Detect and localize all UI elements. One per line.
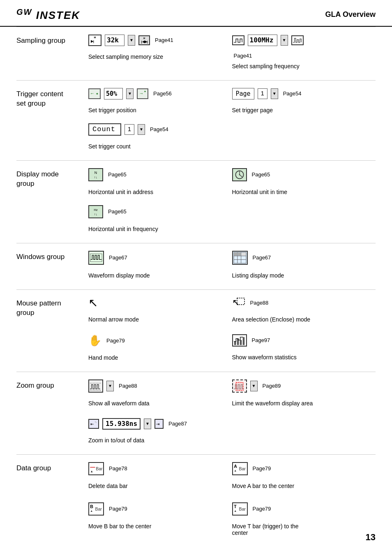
- sampling-memory-icon[interactable]: M ▶|: [88, 35, 101, 46]
- normal-arrow-icon[interactable]: ↖: [88, 297, 98, 309]
- data-group-label: Data group: [16, 462, 88, 473]
- zoom-inout-page: Page87: [168, 421, 187, 427]
- area-selection-icon[interactable]: ↖: [232, 297, 245, 309]
- zoom-limit-dropdown[interactable]: ▼: [250, 381, 258, 391]
- move-t-bar-page: Page79: [253, 506, 271, 512]
- zoom-inout-desc: Zoom in to/out of data: [88, 437, 232, 444]
- trigger-count-desc: Set trigger count: [88, 143, 232, 150]
- trigger-count-dropdown[interactable]: ▼: [138, 124, 145, 135]
- trigger-count-block: Count 1 ▼ Page54: [88, 123, 232, 136]
- svg-text:N: N: [95, 171, 97, 175]
- svg-rect-24: [241, 252, 246, 255]
- svg-text:▲: ▲: [90, 509, 93, 512]
- sampling-freq-value[interactable]: 100MHz: [248, 35, 277, 46]
- move-t-bar-block: T ▲ Bar Page79: [232, 502, 376, 516]
- mouse-left-col: ↖ Normal arrow mode ✋ Page79 Hand mode: [88, 297, 232, 364]
- listing-display-desc: Listing display mode: [232, 272, 376, 279]
- display-freq-desc: Horizontal unit in frequency: [88, 226, 232, 232]
- delete-data-bar-icon[interactable]: — ▲ Bar: [88, 462, 104, 475]
- sampling-memory-block: M ▶| 32k ▼ M |◀▶| Page41: [88, 35, 232, 46]
- svg-text:A: A: [234, 464, 237, 469]
- horiz-time-icon[interactable]: [232, 168, 247, 181]
- waveform-display-icon[interactable]: [88, 251, 104, 265]
- svg-text:M: M: [94, 36, 96, 39]
- trigger-page-dropdown[interactable]: ▼: [271, 88, 278, 99]
- svg-text:∿: ∿: [95, 421, 97, 423]
- display-time-page: Page65: [252, 171, 270, 178]
- trigger-count-page: Page54: [150, 126, 168, 132]
- delete-bar-page: Page78: [109, 465, 127, 472]
- page-number: 13: [366, 532, 376, 543]
- move-t-bar-icon[interactable]: T ▲ Bar: [232, 502, 248, 516]
- windows-right-col: Page67 Listing display mode: [232, 251, 376, 282]
- svg-text:↑↓: ↑↓: [94, 212, 97, 216]
- listing-display-page: Page67: [253, 254, 271, 261]
- display-right-col: Page65 Horizontal unit in time: [232, 168, 376, 236]
- data-right-col: A ▲ Bar Page79 Move A bar to the center …: [232, 462, 376, 539]
- limit-waveform-icon[interactable]: [232, 379, 247, 393]
- svg-rect-27: [234, 341, 236, 345]
- sampling-freq-dropdown[interactable]: ▼: [281, 35, 288, 46]
- waveform-stats-icon[interactable]: [232, 334, 247, 347]
- trigger-position-value[interactable]: 50%: [104, 88, 123, 99]
- svg-text:Hz: Hz: [94, 208, 98, 212]
- move-t-bar-desc: Move T bar (trigger) to thecenter: [232, 523, 376, 536]
- move-b-bar-icon[interactable]: B ▲ Bar: [88, 502, 104, 516]
- move-a-bar-icon[interactable]: A ▲ Bar: [232, 462, 248, 475]
- zoom-group-row: Zoom group ▼ Page88 Show all waveform da…: [16, 372, 376, 455]
- sampling-freq-right-icon: [291, 35, 304, 45]
- area-selection-page: Page88: [250, 300, 269, 306]
- svg-text:Bar: Bar: [239, 506, 246, 511]
- trigger-pos-desc: Set trigger position: [88, 107, 232, 113]
- horiz-freq-icon[interactable]: Hz ↑↓: [88, 205, 103, 218]
- mouse-group-content: ↖ Normal arrow mode ✋ Page79 Hand mode ↖: [88, 297, 376, 364]
- trigger-page-block: Page 1 ▼ Page54: [232, 88, 376, 99]
- svg-rect-30: [242, 337, 244, 345]
- trigger-count-value[interactable]: 1: [125, 124, 134, 135]
- trigger-group-row: Trigger contentset group ← ✦ 50% ▼ →: [16, 81, 376, 161]
- svg-text:|◀▶|: |◀▶|: [141, 39, 148, 43]
- windows-group-row: Windows group Page67 Waveform display mo…: [16, 243, 376, 290]
- display-time-block: Page65: [232, 168, 376, 181]
- show-all-waveform-icon[interactable]: [88, 379, 103, 393]
- display-address-page: Page65: [108, 171, 127, 178]
- trigger-page-desc: Set trigger page: [232, 107, 376, 113]
- zoom-all-dropdown[interactable]: ▼: [106, 381, 114, 391]
- svg-text:⇤: ⇤: [91, 422, 94, 426]
- display-address-block: N ↑↓ Page65: [88, 168, 232, 181]
- listing-display-icon[interactable]: [232, 251, 248, 265]
- sampling-freq-page: Page41: [234, 53, 252, 59]
- trigger-page-value[interactable]: 1: [258, 88, 267, 99]
- move-b-bar-desc: Move B bar to the center: [88, 523, 232, 530]
- svg-text:▲: ▲: [90, 469, 93, 473]
- svg-text:Bar: Bar: [96, 466, 103, 471]
- horiz-address-icon[interactable]: N ↑↓: [88, 168, 103, 181]
- trigger-position-dropdown[interactable]: ▼: [126, 88, 134, 99]
- svg-rect-23: [238, 252, 240, 255]
- page-title: GLA Overview: [325, 10, 376, 19]
- svg-text:▲: ▲: [234, 509, 237, 512]
- sampling-memory-dropdown[interactable]: ▼: [128, 35, 135, 46]
- move-b-bar-page: Page79: [109, 506, 127, 512]
- trigger-pos-page: Page56: [153, 90, 172, 97]
- normal-arrow-block: ↖: [88, 297, 232, 309]
- hand-mode-icon[interactable]: ✋: [88, 334, 101, 347]
- svg-point-15: [239, 174, 240, 175]
- zoom-value[interactable]: 15.938ns: [102, 418, 141, 430]
- move-b-bar-block: B ▲ Bar Page79: [88, 502, 232, 516]
- svg-text:M: M: [143, 37, 145, 39]
- zoom-value-dropdown[interactable]: ▼: [144, 419, 151, 429]
- svg-text:▶|: ▶|: [91, 39, 94, 43]
- sampling-group-label: Sampling group: [16, 35, 88, 46]
- svg-text:⇥: ⇥: [157, 422, 160, 426]
- data-group-content: — ▲ Bar Page78 Delete data bar B ▲ Ba: [88, 462, 376, 539]
- display-group-label: Display modegroup: [16, 168, 88, 189]
- sampling-memory-value[interactable]: 32k: [105, 35, 125, 46]
- zoom-left-col: ▼ Page88 Show all waveform data ⇤ ∿ 15.9…: [88, 379, 232, 447]
- logo: GW INSTEK: [16, 7, 80, 22]
- svg-text:→: →: [139, 91, 144, 96]
- windows-left-col: Page67 Waveform display mode: [88, 251, 232, 282]
- sampling-freq-col: 100MHz ▼ Page41 Select sampling frequenc…: [232, 35, 376, 73]
- svg-rect-29: [240, 340, 241, 345]
- sampling-memory-page: Page41: [155, 37, 173, 43]
